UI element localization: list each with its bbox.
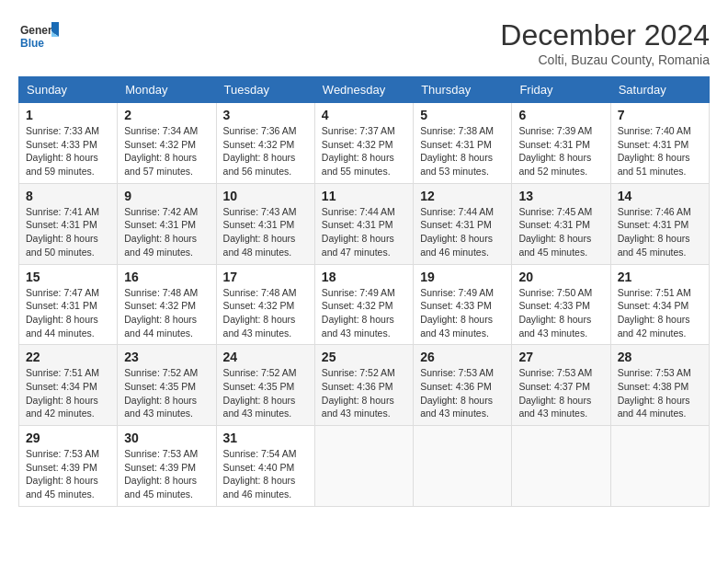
day-number: 14 — [618, 189, 702, 203]
day-detail: Sunrise: 7:38 AMSunset: 4:31 PMDaylight:… — [420, 125, 494, 177]
location-subtitle: Colti, Buzau County, Romania — [500, 52, 710, 67]
table-row: 17 Sunrise: 7:48 AMSunset: 4:32 PMDaylig… — [216, 264, 314, 345]
day-detail: Sunrise: 7:40 AMSunset: 4:31 PMDaylight:… — [618, 125, 691, 177]
day-detail: Sunrise: 7:52 AMSunset: 4:36 PMDaylight:… — [322, 367, 395, 419]
day-detail: Sunrise: 7:53 AMSunset: 4:39 PMDaylight:… — [124, 448, 198, 500]
table-row: 30 Sunrise: 7:53 AMSunset: 4:39 PMDaylig… — [118, 426, 216, 507]
day-detail: Sunrise: 7:49 AMSunset: 4:33 PMDaylight:… — [420, 287, 494, 339]
table-row — [512, 426, 610, 507]
table-row: 1 Sunrise: 7:33 AMSunset: 4:33 PMDayligh… — [19, 103, 118, 184]
table-row: 29 Sunrise: 7:53 AMSunset: 4:39 PMDaylig… — [19, 426, 118, 507]
day-number: 22 — [26, 350, 110, 364]
day-number: 7 — [618, 108, 702, 122]
table-row: 10 Sunrise: 7:43 AMSunset: 4:31 PMDaylig… — [216, 183, 314, 264]
day-number: 13 — [518, 189, 603, 203]
table-row: 16 Sunrise: 7:48 AMSunset: 4:32 PMDaylig… — [118, 264, 216, 345]
day-number: 2 — [124, 108, 209, 122]
table-row: 15 Sunrise: 7:47 AMSunset: 4:31 PMDaylig… — [19, 264, 118, 345]
table-row: 5 Sunrise: 7:38 AMSunset: 4:31 PMDayligh… — [414, 103, 512, 184]
day-number: 18 — [322, 270, 406, 284]
col-monday: Monday — [118, 77, 216, 103]
day-number: 12 — [420, 189, 505, 203]
table-row: 4 Sunrise: 7:37 AMSunset: 4:32 PMDayligh… — [314, 103, 413, 184]
day-detail: Sunrise: 7:53 AMSunset: 4:36 PMDaylight:… — [420, 367, 494, 419]
table-row: 25 Sunrise: 7:52 AMSunset: 4:36 PMDaylig… — [314, 345, 413, 426]
day-detail: Sunrise: 7:46 AMSunset: 4:31 PMDaylight:… — [618, 206, 691, 258]
col-wednesday: Wednesday — [314, 77, 413, 103]
col-sunday: Sunday — [19, 77, 118, 103]
calendar-header-row: Sunday Monday Tuesday Wednesday Thursday… — [19, 77, 710, 103]
day-detail: Sunrise: 7:34 AMSunset: 4:32 PMDaylight:… — [124, 125, 198, 177]
day-detail: Sunrise: 7:45 AMSunset: 4:31 PMDaylight:… — [518, 206, 592, 258]
day-number: 8 — [26, 189, 110, 203]
table-row: 13 Sunrise: 7:45 AMSunset: 4:31 PMDaylig… — [512, 183, 610, 264]
day-detail: Sunrise: 7:51 AMSunset: 4:34 PMDaylight:… — [618, 287, 691, 339]
day-detail: Sunrise: 7:47 AMSunset: 4:31 PMDaylight:… — [26, 287, 99, 339]
day-detail: Sunrise: 7:39 AMSunset: 4:31 PMDaylight:… — [518, 125, 592, 177]
day-number: 16 — [124, 270, 209, 284]
table-row: 20 Sunrise: 7:50 AMSunset: 4:33 PMDaylig… — [512, 264, 610, 345]
day-detail: Sunrise: 7:52 AMSunset: 4:35 PMDaylight:… — [124, 367, 198, 419]
page-header: General Blue December 2024 Colti, Buzau … — [18, 18, 710, 67]
day-detail: Sunrise: 7:51 AMSunset: 4:34 PMDaylight:… — [26, 367, 99, 419]
day-number: 1 — [26, 108, 110, 122]
day-detail: Sunrise: 7:37 AMSunset: 4:32 PMDaylight:… — [322, 125, 395, 177]
col-thursday: Thursday — [414, 77, 512, 103]
table-row: 9 Sunrise: 7:42 AMSunset: 4:31 PMDayligh… — [118, 183, 216, 264]
calendar-week-row: 1 Sunrise: 7:33 AMSunset: 4:33 PMDayligh… — [19, 103, 710, 184]
calendar-week-row: 15 Sunrise: 7:47 AMSunset: 4:31 PMDaylig… — [19, 264, 710, 345]
table-row — [414, 426, 512, 507]
logo: General Blue — [18, 18, 59, 59]
table-row: 7 Sunrise: 7:40 AMSunset: 4:31 PMDayligh… — [610, 103, 709, 184]
calendar-week-row: 8 Sunrise: 7:41 AMSunset: 4:31 PMDayligh… — [19, 183, 710, 264]
day-detail: Sunrise: 7:33 AMSunset: 4:33 PMDaylight:… — [26, 125, 99, 177]
day-number: 19 — [420, 270, 505, 284]
table-row: 27 Sunrise: 7:53 AMSunset: 4:37 PMDaylig… — [512, 345, 610, 426]
table-row: 12 Sunrise: 7:44 AMSunset: 4:31 PMDaylig… — [414, 183, 512, 264]
col-friday: Friday — [512, 77, 610, 103]
day-number: 26 — [420, 350, 505, 364]
day-number: 23 — [124, 350, 209, 364]
calendar-table: Sunday Monday Tuesday Wednesday Thursday… — [18, 76, 710, 507]
day-detail: Sunrise: 7:50 AMSunset: 4:33 PMDaylight:… — [518, 287, 592, 339]
day-detail: Sunrise: 7:53 AMSunset: 4:37 PMDaylight:… — [518, 367, 592, 419]
table-row: 19 Sunrise: 7:49 AMSunset: 4:33 PMDaylig… — [414, 264, 512, 345]
day-detail: Sunrise: 7:52 AMSunset: 4:35 PMDaylight:… — [223, 367, 297, 419]
day-number: 9 — [124, 189, 209, 203]
day-detail: Sunrise: 7:48 AMSunset: 4:32 PMDaylight:… — [124, 287, 198, 339]
table-row: 6 Sunrise: 7:39 AMSunset: 4:31 PMDayligh… — [512, 103, 610, 184]
day-number: 4 — [322, 108, 406, 122]
col-tuesday: Tuesday — [216, 77, 314, 103]
table-row: 26 Sunrise: 7:53 AMSunset: 4:36 PMDaylig… — [414, 345, 512, 426]
day-number: 6 — [518, 108, 603, 122]
day-detail: Sunrise: 7:48 AMSunset: 4:32 PMDaylight:… — [223, 287, 297, 339]
day-number: 17 — [223, 270, 308, 284]
logo-svg: General Blue — [18, 18, 59, 59]
calendar-week-row: 29 Sunrise: 7:53 AMSunset: 4:39 PMDaylig… — [19, 426, 710, 507]
day-detail: Sunrise: 7:53 AMSunset: 4:38 PMDaylight:… — [618, 367, 691, 419]
table-row: 18 Sunrise: 7:49 AMSunset: 4:32 PMDaylig… — [314, 264, 413, 345]
day-number: 20 — [518, 270, 603, 284]
table-row: 2 Sunrise: 7:34 AMSunset: 4:32 PMDayligh… — [118, 103, 216, 184]
calendar-week-row: 22 Sunrise: 7:51 AMSunset: 4:34 PMDaylig… — [19, 345, 710, 426]
table-row: 23 Sunrise: 7:52 AMSunset: 4:35 PMDaylig… — [118, 345, 216, 426]
day-number: 21 — [618, 270, 702, 284]
day-detail: Sunrise: 7:43 AMSunset: 4:31 PMDaylight:… — [223, 206, 297, 258]
day-detail: Sunrise: 7:54 AMSunset: 4:40 PMDaylight:… — [223, 448, 297, 500]
day-number: 28 — [618, 350, 702, 364]
table-row: 22 Sunrise: 7:51 AMSunset: 4:34 PMDaylig… — [19, 345, 118, 426]
day-number: 10 — [223, 189, 308, 203]
day-number: 5 — [420, 108, 505, 122]
day-detail: Sunrise: 7:44 AMSunset: 4:31 PMDaylight:… — [322, 206, 395, 258]
day-detail: Sunrise: 7:53 AMSunset: 4:39 PMDaylight:… — [26, 448, 99, 500]
day-number: 3 — [223, 108, 308, 122]
table-row — [314, 426, 413, 507]
table-row: 28 Sunrise: 7:53 AMSunset: 4:38 PMDaylig… — [610, 345, 709, 426]
table-row: 11 Sunrise: 7:44 AMSunset: 4:31 PMDaylig… — [314, 183, 413, 264]
day-number: 27 — [518, 350, 603, 364]
svg-text:Blue: Blue — [20, 37, 44, 50]
day-number: 30 — [124, 431, 209, 445]
day-detail: Sunrise: 7:49 AMSunset: 4:32 PMDaylight:… — [322, 287, 395, 339]
table-row — [610, 426, 709, 507]
table-row: 14 Sunrise: 7:46 AMSunset: 4:31 PMDaylig… — [610, 183, 709, 264]
